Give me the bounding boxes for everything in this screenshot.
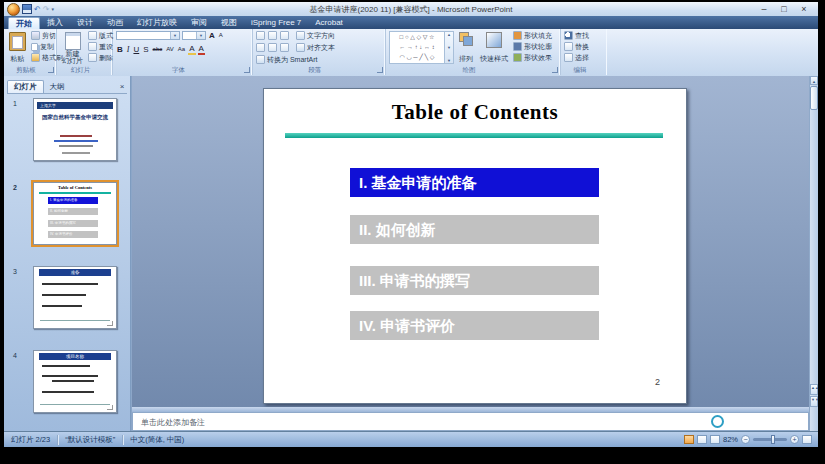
- previous-slide-button[interactable]: ▲▲: [810, 384, 818, 395]
- tab-slideshow[interactable]: 幻灯片放映: [130, 17, 184, 29]
- reset-button[interactable]: 重设: [88, 42, 113, 51]
- current-slide-canvas[interactable]: Table of Contents I. 基金申请的准备 II. 如何创新 II…: [263, 88, 687, 404]
- arrange-button[interactable]: 排列: [457, 31, 475, 65]
- layout-button[interactable]: 版式: [88, 31, 113, 40]
- slide-sorter-view-button[interactable]: [697, 435, 707, 444]
- zoom-slider[interactable]: [753, 438, 787, 441]
- delete-button[interactable]: 删除: [88, 53, 113, 62]
- italic-button[interactable]: I: [126, 45, 131, 54]
- align-center-icon[interactable]: [268, 43, 277, 52]
- minimize-button[interactable]: –: [758, 3, 770, 15]
- chevron-down-icon[interactable]: ▼: [170, 32, 179, 39]
- tab-animations[interactable]: 动画: [100, 17, 130, 29]
- change-case-button[interactable]: Aa: [177, 45, 186, 54]
- new-slide-button[interactable]: 新建 幻灯片: [60, 31, 85, 65]
- tab-ispring[interactable]: iSpring Free 7: [244, 17, 308, 29]
- tab-review[interactable]: 审阅: [184, 17, 214, 29]
- smartart-button[interactable]: 转换为 SmartArt: [256, 55, 382, 64]
- underline-button[interactable]: U: [132, 45, 140, 54]
- scrollbar-thumb[interactable]: [810, 86, 818, 110]
- tab-home[interactable]: 开始: [8, 17, 40, 29]
- qat-more-icon[interactable]: ▾: [51, 5, 54, 14]
- zoom-level[interactable]: 82%: [723, 435, 738, 444]
- thumbnail-slide-4[interactable]: 项目名称: [33, 350, 117, 413]
- highlight-color-button[interactable]: A: [188, 44, 195, 55]
- thumbnail-slide-2-selected[interactable]: Table of Contents I. 基金申请的准备 II. 如何创新 II…: [33, 182, 117, 245]
- tab-insert[interactable]: 插入: [40, 17, 70, 29]
- notes-placeholder[interactable]: 单击此处添加备注: [141, 417, 205, 428]
- panel-close-icon[interactable]: ×: [117, 81, 127, 93]
- paragraph-dialog-launcher-icon[interactable]: [377, 67, 383, 73]
- drawing-dialog-launcher-icon[interactable]: [552, 67, 558, 73]
- bullets-icon[interactable]: [256, 31, 265, 40]
- shape-effects-button[interactable]: 形状效果: [513, 53, 552, 62]
- thumbnail-slide-1[interactable]: 上海大学 国家自然科学基金申请交流: [33, 98, 117, 161]
- paste-label: 粘贴: [11, 54, 25, 64]
- slide-editor-area[interactable]: Table of Contents I. 基金申请的准备 II. 如何创新 II…: [132, 76, 809, 431]
- shrink-font-button[interactable]: A: [218, 31, 224, 40]
- slide-title[interactable]: Table of Contents: [264, 100, 686, 125]
- gallery-more-icon[interactable]: ▼: [447, 58, 451, 63]
- save-icon[interactable]: [22, 4, 32, 14]
- font-name-combobox[interactable]: ▼: [116, 31, 180, 40]
- font-dialog-launcher-icon[interactable]: [244, 67, 250, 73]
- toc-item-1[interactable]: I. 基金申请的准备: [350, 168, 599, 197]
- shadow-button[interactable]: S: [142, 45, 149, 54]
- close-button[interactable]: ×: [798, 3, 810, 15]
- thumb2-toc-item: I. 基金申请的准备: [48, 197, 98, 204]
- normal-view-button[interactable]: [684, 435, 694, 444]
- bold-button[interactable]: B: [116, 45, 124, 54]
- tab-design[interactable]: 设计: [70, 17, 100, 29]
- shapes-gallery[interactable]: □ ○ △ ◇ ▽ ☆ ← → ↑ ↓ ↔ ↕ ◠ ◡ ─ ╱ ╲ ◇: [389, 31, 445, 64]
- shapes-gallery-scroll[interactable]: ▲ ▼ ▼: [445, 31, 454, 64]
- university-logo-band: 上海大学: [37, 102, 113, 109]
- align-right-icon[interactable]: [280, 43, 289, 52]
- toc-item-3[interactable]: III. 申请书的撰写: [350, 266, 599, 295]
- tab-acrobat[interactable]: Acrobat: [308, 17, 350, 29]
- find-button[interactable]: 查找: [564, 31, 589, 40]
- character-spacing-button[interactable]: AV: [165, 45, 175, 54]
- numbering-icon[interactable]: [268, 31, 277, 40]
- thumb4-bullet-line: [42, 391, 94, 393]
- gallery-up-icon[interactable]: ▲: [447, 32, 451, 37]
- replace-button[interactable]: 替换: [564, 42, 589, 51]
- zoom-out-button[interactable]: −: [741, 435, 750, 444]
- align-left-icon[interactable]: [256, 43, 265, 52]
- font-size-combobox[interactable]: ▼: [182, 31, 206, 40]
- tab-slides-thumbnails[interactable]: 幻灯片: [7, 80, 44, 93]
- layout-label: 版式: [99, 31, 113, 41]
- slideshow-view-button[interactable]: [710, 435, 720, 444]
- chevron-down-icon[interactable]: ▼: [196, 32, 205, 39]
- fit-to-window-button[interactable]: [802, 435, 812, 444]
- tab-outline[interactable]: 大纲: [44, 81, 71, 93]
- vertical-scrollbar[interactable]: ▲ ▲▲ ▼▼: [809, 76, 818, 431]
- paste-button[interactable]: 粘贴: [7, 31, 28, 65]
- restore-button[interactable]: □: [778, 3, 790, 15]
- select-button[interactable]: 选择: [564, 53, 589, 62]
- strikethrough-button[interactable]: abc: [152, 45, 164, 54]
- ribbon: 粘贴 剪切 复制 格式刷 剪贴板 新建: [4, 29, 818, 77]
- toc-item-4[interactable]: IV. 申请书评价: [350, 311, 599, 340]
- zoom-in-button[interactable]: +: [790, 435, 799, 444]
- scroll-up-icon[interactable]: ▲: [810, 76, 818, 85]
- language-indicator[interactable]: 中文(简体, 中国): [123, 435, 191, 445]
- next-slide-button[interactable]: ▼▼: [810, 396, 818, 407]
- clipboard-dialog-launcher-icon[interactable]: [48, 67, 54, 73]
- quick-styles-button[interactable]: 快速样式: [478, 31, 510, 65]
- grow-font-button[interactable]: A: [208, 31, 216, 40]
- thumbnail-slide-3[interactable]: 准备: [33, 266, 117, 329]
- shape-outline-button[interactable]: 形状轮廓: [513, 42, 552, 51]
- font-color-button[interactable]: A: [198, 44, 205, 55]
- notes-pane[interactable]: 单击此处添加备注: [132, 412, 809, 431]
- zoom-slider-handle[interactable]: [771, 435, 775, 444]
- redo-icon[interactable]: ↷: [43, 5, 50, 14]
- shape-fill-button[interactable]: 形状填充: [513, 31, 552, 40]
- toc-item-2[interactable]: II. 如何创新: [350, 215, 599, 244]
- align-text-button[interactable]: 对齐文本: [296, 43, 335, 52]
- indent-icon[interactable]: [280, 31, 289, 40]
- text-direction-button[interactable]: 文字方向: [296, 31, 335, 40]
- undo-icon[interactable]: ↶: [34, 5, 41, 14]
- gallery-down-icon[interactable]: ▼: [447, 45, 451, 50]
- office-button[interactable]: [7, 3, 20, 16]
- tab-view[interactable]: 视图: [214, 17, 244, 29]
